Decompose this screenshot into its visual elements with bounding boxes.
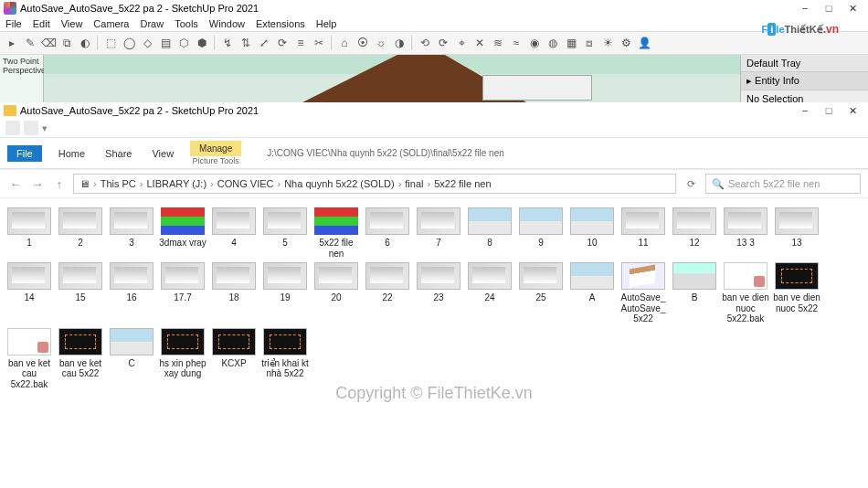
toolbar-button-31[interactable]: ◉ [526,35,543,51]
toolbar-button-34[interactable]: ⧈ [581,35,598,51]
file-item[interactable]: 5x22 file nen [312,207,360,259]
menu-camera[interactable]: Camera [93,18,129,29]
toolbar-button-6[interactable]: ⬚ [102,35,119,51]
toolbar-button-16[interactable]: ⟳ [274,35,291,51]
maximize-button[interactable]: □ [822,2,835,15]
breadcrumb-seg-0[interactable]: This PC [101,178,136,189]
qat-new-folder[interactable] [24,121,38,135]
toolbar-button-0[interactable]: ▸ [4,35,20,51]
tray-title[interactable]: Default Tray [741,55,868,72]
qat-properties[interactable] [5,121,20,135]
toolbar-button-23[interactable]: ◑ [391,35,408,51]
file-item[interactable]: 20 [312,262,360,324]
file-item[interactable]: 22 [364,262,411,324]
toolbar-button-33[interactable]: ▦ [563,35,579,51]
file-item[interactable]: 6 [364,207,411,259]
toolbar-button-27[interactable]: ⌖ [453,35,470,51]
file-item[interactable]: 4 [210,207,258,259]
file-item[interactable]: C [108,328,155,390]
menu-window[interactable]: Window [209,18,245,29]
toolbar-button-18[interactable]: ✂ [311,35,327,51]
file-item[interactable]: 16 [108,262,155,324]
menu-file[interactable]: File [5,18,22,29]
file-item[interactable]: 18 [210,262,258,324]
ribbon-view[interactable]: View [148,145,177,162]
toolbar-button-4[interactable]: ◐ [77,35,93,51]
file-item[interactable]: 3dmax vray [159,207,206,259]
toolbar-button-2[interactable]: ⌫ [40,35,57,51]
file-item[interactable]: hs xin phep xay dung [159,328,206,390]
toolbar-button-10[interactable]: ⬡ [175,35,192,51]
menu-tools[interactable]: Tools [175,18,198,29]
file-item[interactable]: 5 [261,207,309,259]
file-item[interactable]: 1 [5,207,53,259]
file-item[interactable]: ban ve dien nuoc 5x22.bak [722,262,769,324]
menu-view[interactable]: View [61,18,83,29]
toolbar-button-36[interactable]: ⚙ [618,35,634,51]
file-item[interactable]: 14 [5,262,53,324]
toolbar-button-9[interactable]: ▤ [157,35,174,51]
toolbar-button-22[interactable]: ☼ [373,35,389,51]
close-button[interactable]: ✕ [846,2,859,15]
nav-back[interactable]: ← [7,175,24,192]
file-item[interactable]: A [568,262,616,324]
refresh-button[interactable]: ⟳ [682,178,700,190]
nav-up[interactable]: ↑ [51,175,68,192]
toolbar-button-28[interactable]: ✕ [471,35,488,51]
toolbar-button-8[interactable]: ◇ [139,35,155,51]
toolbar-button-26[interactable]: ⟳ [435,35,451,51]
toolbar-button-30[interactable]: ≈ [508,35,524,51]
breadcrumb-seg-1[interactable]: LIBRARY (J:) [146,178,206,189]
file-item[interactable]: 10 [568,207,616,259]
exp-close-button[interactable]: ✕ [846,104,859,117]
file-item[interactable]: 25 [517,262,565,324]
file-item[interactable]: 3 [108,207,155,259]
file-item[interactable]: 17.7 [159,262,206,324]
toolbar-button-15[interactable]: ⤢ [256,35,272,51]
search-box[interactable]: 🔍 Search 5x22 file nen [705,174,861,194]
tray-entity-info[interactable]: ▸ Entity Info [741,72,868,90]
file-item[interactable]: 8 [466,207,513,259]
toolbar-button-37[interactable]: 👤 [636,35,652,51]
exp-maximize-button[interactable]: □ [822,104,835,117]
nav-forward[interactable]: → [29,175,46,192]
toolbar-button-20[interactable]: ⌂ [336,35,353,51]
file-item[interactable]: ban ve dien nuoc 5x22 [773,262,820,324]
toolbar-button-21[interactable]: ⦿ [355,35,371,51]
toolbar-button-13[interactable]: ↯ [219,35,236,51]
ribbon-manage[interactable]: Manage [190,141,241,156]
file-item[interactable]: 2 [57,207,104,259]
file-item[interactable]: 12 [671,207,718,259]
file-item[interactable]: ban ve ket cau 5x22.bak [5,328,53,390]
ribbon-home[interactable]: Home [55,145,89,162]
toolbar-button-25[interactable]: ⟲ [417,35,433,51]
sketchup-viewport[interactable] [44,55,740,102]
file-item[interactable]: KCXP [210,328,258,390]
file-item[interactable]: triển khai kt nhà 5x22 [261,328,309,390]
toolbar-button-17[interactable]: ≡ [292,35,309,51]
menu-extensions[interactable]: Extensions [256,18,305,29]
toolbar-button-7[interactable]: ◯ [121,35,137,51]
toolbar-button-35[interactable]: ☀ [599,35,616,51]
menu-edit[interactable]: Edit [33,18,50,29]
menu-draw[interactable]: Draw [140,18,164,29]
file-item[interactable]: 15 [57,262,104,324]
address-bar[interactable]: 🖥›This PC›LIBRARY (J:)›CONG VIEC›Nha quy… [73,174,676,194]
ribbon-file[interactable]: File [7,145,42,162]
toolbar-button-11[interactable]: ⬢ [194,35,210,51]
toolbar-button-14[interactable]: ⇅ [238,35,254,51]
toolbar-button-3[interactable]: ⧉ [58,35,75,51]
minimize-button[interactable]: − [799,2,811,15]
file-item[interactable]: B [671,262,718,324]
file-item[interactable]: 24 [466,262,513,324]
exp-minimize-button[interactable]: − [799,104,811,117]
file-item[interactable]: 13 3 [722,207,769,259]
breadcrumb-seg-5[interactable]: 5x22 file nen [434,178,491,189]
breadcrumb-seg-2[interactable]: CONG VIEC [217,178,274,189]
toolbar-button-32[interactable]: ◍ [545,35,561,51]
file-item[interactable]: 13 [773,207,820,259]
file-item[interactable]: ban ve ket cau 5x22 [57,328,104,390]
file-grid[interactable]: 1233dmax vray455x22 file nen678910111213… [0,198,868,398]
file-item[interactable]: 11 [619,207,667,259]
breadcrumb-seg-4[interactable]: final [405,178,423,189]
